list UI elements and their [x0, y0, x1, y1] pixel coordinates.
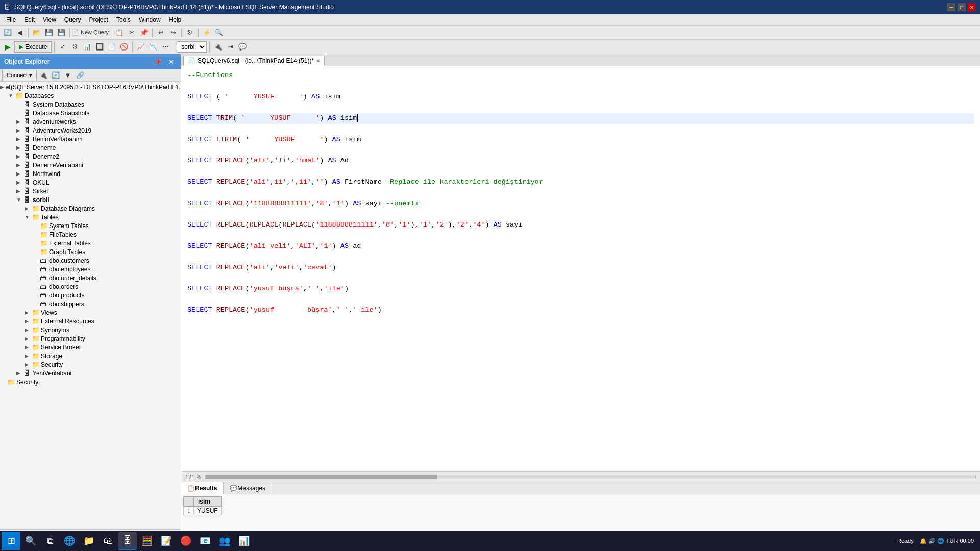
search-taskbar-btn[interactable]: 🔍	[21, 532, 40, 550]
oe-connect-btn[interactable]: Connect ▾	[2, 70, 37, 81]
minimize-button[interactable]: ─	[947, 3, 955, 11]
store-btn[interactable]: 🛍	[99, 532, 117, 550]
extra2[interactable]: 🔍	[213, 27, 225, 38]
tree-item[interactable]: ▶ 📁 External Resources	[0, 317, 181, 325]
tb-connection-btn[interactable]: 🔌	[212, 41, 224, 53]
tree-item[interactable]: 🗄 Database Snapshots	[0, 109, 181, 117]
tree-item[interactable]: ▶ 🗄 AdventureWorks2019	[0, 126, 181, 135]
menu-window[interactable]: Window	[135, 15, 165, 24]
back-btn[interactable]: ◀	[14, 27, 26, 38]
tree-item[interactable]: 📁 FileTables	[0, 230, 181, 239]
tree-item[interactable]: 🗄 System Databases	[0, 100, 181, 109]
menu-view[interactable]: View	[39, 15, 60, 24]
tb-indent[interactable]: ⇥	[225, 41, 236, 53]
tb-stats[interactable]: 📉	[148, 41, 159, 53]
undo-btn[interactable]: ↩	[155, 27, 166, 38]
menu-edit[interactable]: Edit	[20, 15, 39, 24]
save-all-btn[interactable]: 💾	[56, 27, 67, 38]
copy-btn[interactable]: 📋	[114, 27, 125, 38]
titlebar-controls[interactable]: ─ □ ✕	[947, 3, 976, 11]
open-file-btn[interactable]: 📂	[31, 27, 42, 38]
tb-comment[interactable]: 💬	[237, 41, 248, 53]
tree-item[interactable]: ▼ 📁 Tables	[0, 213, 181, 221]
oe-refresh-btn[interactable]: 🔄	[50, 70, 61, 81]
tree-item[interactable]: ▶ 🗄 Deneme2	[0, 152, 181, 161]
tb-results[interactable]: 📊	[82, 41, 93, 53]
word-btn[interactable]: 📝	[157, 532, 176, 550]
edge-btn[interactable]: 🌐	[60, 532, 79, 550]
sql-editor[interactable]: --Functions SELECT ( ' YUSUF ') AS isim …	[181, 66, 980, 471]
tree-item[interactable]: 📁 Security	[0, 378, 181, 386]
chrome-btn[interactable]: 🔴	[177, 532, 195, 550]
tree-item[interactable]: ▶ 🗄 adventureworks	[0, 117, 181, 126]
teams-btn[interactable]: 👥	[215, 532, 234, 550]
tree-item[interactable]: ▶ 📁 Security	[0, 360, 181, 369]
save-btn[interactable]: 💾	[43, 27, 55, 38]
tree-item[interactable]: ▶ 📁 Views	[0, 308, 181, 317]
file-explorer-btn[interactable]: 📁	[80, 532, 98, 550]
tb-grid[interactable]: 🔲	[94, 41, 105, 53]
tab-close-btn[interactable]: ✕	[316, 58, 320, 64]
tree-item[interactable]: 🗃 dbo.employees	[0, 265, 181, 273]
tree-item[interactable]: ▶ 🗄 BenimVeritabanim	[0, 135, 181, 143]
oe-sync-btn[interactable]: 🔗	[75, 70, 86, 81]
tree-item[interactable]: ▶ 🗄 OKUL	[0, 178, 181, 187]
tree-item[interactable]: ▶ 🗄 Northwind	[0, 169, 181, 178]
tree-item[interactable]: 🗃 dbo.shippers	[0, 299, 181, 308]
oe-disconnect-btn[interactable]: 🔌	[38, 70, 49, 81]
extra1[interactable]: ⚡	[201, 27, 212, 38]
tb-noresult[interactable]: 🚫	[118, 41, 130, 53]
execute-button[interactable]: ▶ Execute	[14, 41, 52, 53]
tree-item[interactable]: 📁 System Tables	[0, 221, 181, 230]
tree-item[interactable]: 📁 External Tables	[0, 239, 181, 247]
calc-btn[interactable]: 🧮	[138, 532, 156, 550]
query-tab[interactable]: 📄 SQLQuery6.sql - (lo...\ThinkPad E14 (5…	[183, 56, 325, 66]
messages-tab[interactable]: 💬 Messages	[224, 482, 272, 494]
start-debug-btn[interactable]: ▶	[2, 41, 13, 53]
redo-btn[interactable]: ↪	[167, 27, 179, 38]
database-dropdown[interactable]: sorbil	[177, 41, 207, 53]
menu-tools[interactable]: Tools	[112, 15, 135, 24]
tree-item[interactable]: ▶ 🖥 (SQL Server 15.0.2095.3 - DESKTOP-P1…	[0, 83, 181, 91]
menu-help[interactable]: Help	[165, 15, 186, 24]
tree-item[interactable]: ▶ 🗄 Sirket	[0, 187, 181, 195]
tree-item[interactable]: ▶ 📁 Database Diagrams	[0, 204, 181, 213]
outlook-btn[interactable]: 📧	[196, 532, 214, 550]
new-connection-btn[interactable]: 🔄	[2, 27, 13, 38]
oe-filter-btn[interactable]: ▼	[62, 70, 74, 81]
oe-pin-btn[interactable]: 📌	[152, 56, 163, 67]
tree-item[interactable]: ▶ 📁 Storage	[0, 352, 181, 360]
tree-item[interactable]: 🗃 dbo.order_details	[0, 273, 181, 282]
maximize-button[interactable]: □	[958, 3, 966, 11]
tree-item[interactable]: ▶ 🗄 YeniVeritabani	[0, 369, 181, 378]
paste-btn[interactable]: 📌	[138, 27, 150, 38]
tree-item[interactable]: ▶ 📁 Service Broker	[0, 343, 181, 352]
tree-item[interactable]: ▶ 📁 Synonyms	[0, 325, 181, 334]
menu-file[interactable]: File	[2, 15, 20, 24]
tree-item[interactable]: 🗃 dbo.orders	[0, 282, 181, 291]
taskview-btn[interactable]: ⧉	[41, 532, 59, 550]
start-button[interactable]: ⊞	[2, 532, 20, 550]
tree-item[interactable]: 📁 Graph Tables	[0, 247, 181, 256]
tree-item[interactable]: ▶ 🗄 DenemeVeritabani	[0, 161, 181, 169]
tree-item[interactable]: 🗃 dbo.customers	[0, 256, 181, 265]
tree-item[interactable]: ▼ 📁 Databases	[0, 91, 181, 100]
new-query-btn[interactable]: 📄 New Query	[72, 27, 108, 38]
menu-project[interactable]: Project	[85, 15, 112, 24]
results-tab[interactable]: 📋 Results	[181, 482, 224, 494]
oe-close-btn[interactable]: ✕	[165, 56, 177, 67]
tb-parse[interactable]: ⚙	[69, 41, 81, 53]
tree-item[interactable]: ▶ 📁 Programmability	[0, 334, 181, 343]
close-button[interactable]: ✕	[968, 3, 976, 11]
tb-check[interactable]: ✓	[57, 41, 68, 53]
oe-tree[interactable]: ▶ 🖥 (SQL Server 15.0.2095.3 - DESKTOP-P1…	[0, 82, 181, 529]
tb-text[interactable]: 📄	[106, 41, 117, 53]
tree-item[interactable]: ▶ 🗄 Deneme	[0, 143, 181, 152]
tb-more[interactable]: ⋯	[160, 41, 171, 53]
powerpoint-btn[interactable]: 📊	[235, 532, 253, 550]
cut-btn[interactable]: ✂	[126, 27, 137, 38]
menu-query[interactable]: Query	[60, 15, 85, 24]
tree-item[interactable]: ▼ 🗄 sorbil	[0, 195, 181, 204]
tb-showplan[interactable]: 📈	[135, 41, 146, 53]
ssms-taskbar-btn[interactable]: 🗄	[118, 532, 137, 550]
